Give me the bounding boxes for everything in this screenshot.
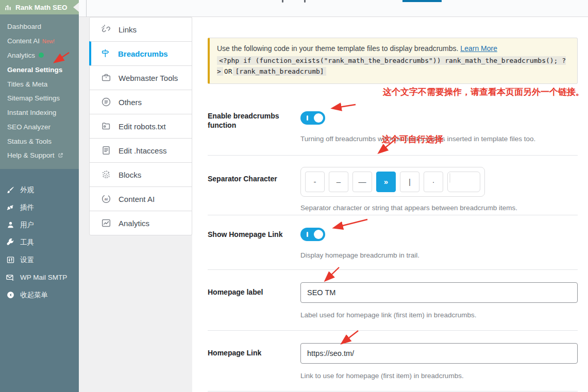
green-dot-indicator (39, 53, 44, 58)
mail-icon (5, 272, 15, 283)
user-icon (5, 220, 15, 230)
separator-option-dot[interactable]: · (424, 172, 443, 192)
field-description: Separator character or string that appea… (300, 204, 578, 212)
sidebar-item-settings[interactable]: 设置 (0, 251, 79, 269)
tab-content-ai[interactable]: ai Content AI (89, 186, 192, 211)
annotation-note-top: 这个文字不需要操作，请查看本页面另外一个链接。 (208, 86, 584, 98)
tab-edit-htaccess[interactable]: Edit .htaccess (89, 138, 192, 163)
robots-file-icon (100, 120, 112, 132)
sliders-icon (5, 255, 15, 265)
briefcase-icon (100, 72, 112, 84)
setting-row-separator: Separator Character - – — » | · Separato… (208, 156, 578, 215)
wrench-icon (5, 237, 15, 248)
list-circle-icon (100, 96, 112, 108)
setting-row-enable-breadcrumbs: Enable breadcrumbs function Turning off … (208, 101, 578, 156)
field-label: Enable breadcrumbs function (208, 111, 300, 143)
homepage-label-input[interactable] (300, 282, 578, 303)
toggle-on-mark (307, 115, 308, 121)
wp-admin-sidebar: Rank Math SEO Dashboard Content AINew! A… (0, 0, 79, 392)
toggle-on-mark (307, 232, 308, 237)
separator-option-emdash[interactable]: — (352, 172, 372, 192)
setting-row-homepage-link: Homepage Link Link to use for homepage (… (208, 331, 578, 391)
field-description: Label used for homepage link (first item… (300, 311, 578, 319)
sidebar-item-instant-indexing[interactable]: Instant Indexing (0, 106, 79, 120)
sidebar-item-help-support[interactable]: Help & Support (0, 148, 79, 163)
separator-option-hyphen[interactable]: - (305, 172, 325, 192)
settings-tabs-sidebar: Links Breadcrumbs Webmaster Tools Others… (79, 17, 192, 392)
svg-text:ai: ai (105, 197, 108, 201)
plugin-icon (5, 202, 15, 213)
tab-edit-robots[interactable]: Edit robots.txt (89, 114, 192, 139)
separator-custom-input[interactable] (447, 172, 480, 192)
layers-icon (100, 168, 112, 181)
sidebar-item-general-settings[interactable]: General Settings (0, 62, 79, 77)
sidebar-item-appearance[interactable]: 外观 (0, 181, 79, 199)
active-menu-notch (73, 3, 79, 12)
breadcrumbs-code-notice: Use the following code in your theme tem… (208, 38, 578, 84)
sidebar-item-wp-mail-smtp[interactable]: WP Mail SMTP (0, 269, 79, 286)
notice-text: Use the following code in your theme tem… (217, 44, 458, 53)
tab-others[interactable]: Others (89, 90, 192, 114)
toggle-knob (314, 113, 323, 123)
rank-math-settings-page: Rank Math SEO Dashboard Content AINew! A… (0, 0, 588, 392)
active-tab-underline-fragment (402, 0, 442, 2)
toggle-knob (314, 230, 323, 239)
code-or-text: OR (223, 67, 233, 75)
field-description: Display homepage breadcrumb in trail. (300, 251, 578, 259)
sidebar-item-collapse-menu[interactable]: 收起菜单 (0, 286, 79, 304)
rank-math-submenu: Dashboard Content AINew! Analytics Gener… (0, 14, 79, 169)
wp-core-menu: 外观 插件 用户 工具 设置 WP Mail SMTP (0, 169, 79, 392)
sidebar-item-users[interactable]: 用户 (0, 216, 79, 234)
sidebar-item-content-ai[interactable]: Content AINew! (0, 34, 79, 48)
tab-webmaster-tools[interactable]: Webmaster Tools (89, 65, 192, 90)
breadcrumbs-signpost-icon (99, 47, 112, 60)
sidebar-item-sitemap-settings[interactable]: Sitemap Settings (0, 91, 79, 106)
setting-row-homepage-label: Homepage label Label used for homepage l… (208, 270, 578, 331)
sidebar-item-rank-math[interactable]: Rank Math SEO (0, 0, 79, 14)
homepage-link-input[interactable] (300, 343, 578, 364)
tab-links[interactable]: Links (89, 17, 192, 42)
setting-row-show-homepage: Show Homepage Link Display homepage brea… (208, 215, 578, 270)
admin-body: Links Breadcrumbs Webmaster Tools Others… (79, 0, 588, 392)
field-label: Homepage Link (208, 343, 300, 380)
tab-blocks[interactable]: Blocks (89, 162, 192, 187)
cutoff-header-strip (79, 0, 588, 17)
field-description: Link to use for homepage (first item) in… (300, 372, 578, 380)
show-homepage-toggle[interactable] (300, 228, 325, 241)
content-ai-icon: ai (100, 193, 112, 205)
sidebar-item-seo-analyzer[interactable]: SEO Analyzer (0, 120, 79, 134)
new-badge: New! (42, 38, 55, 44)
sidebar-item-status-tools[interactable]: Status & Tools (0, 134, 79, 148)
field-label: Homepage label (208, 282, 300, 319)
learn-more-link[interactable]: Learn More (460, 44, 497, 53)
panel-edge-line (86, 0, 87, 17)
annotation-note-separator: 这个可自行选择 (382, 133, 443, 145)
separator-option-endash[interactable]: – (329, 172, 348, 192)
sidebar-title: Rank Math SEO (15, 4, 68, 11)
external-link-icon (58, 152, 63, 158)
rank-math-logo-icon (4, 4, 12, 11)
sidebar-item-analytics[interactable]: Analytics (0, 48, 79, 63)
field-label: Show Homepage Link (208, 228, 300, 259)
field-label: Separator Character (208, 167, 300, 212)
analytics-chart-icon (100, 217, 112, 229)
brush-icon (5, 185, 15, 195)
shortcode: [rank_math_breadcrumb] (233, 67, 326, 76)
tab-breadcrumbs[interactable]: Breadcrumbs (89, 41, 192, 66)
tab-analytics[interactable]: Analytics (89, 211, 192, 235)
document-icon (100, 144, 112, 157)
broken-link-icon (100, 23, 112, 36)
sidebar-item-tools[interactable]: 工具 (0, 234, 79, 251)
separator-option-guillemet-selected[interactable]: » (376, 172, 396, 192)
enable-breadcrumbs-toggle[interactable] (300, 111, 325, 125)
breadcrumbs-code-snippet: <?php if (function_exists("rank_math_the… (217, 56, 570, 77)
sidebar-item-titles-meta[interactable]: Titles & Meta (0, 77, 79, 91)
text-fragment (304, 0, 306, 3)
separator-options-group: - – — » | · (300, 167, 485, 197)
sidebar-item-dashboard[interactable]: Dashboard (0, 20, 79, 34)
text-fragment (282, 0, 283, 3)
separator-option-pipe[interactable]: | (400, 172, 419, 192)
collapse-menu-icon (5, 290, 15, 300)
sidebar-item-plugins[interactable]: 插件 (0, 199, 79, 216)
breadcrumbs-settings-panel: Use the following code in your theme tem… (192, 17, 588, 392)
